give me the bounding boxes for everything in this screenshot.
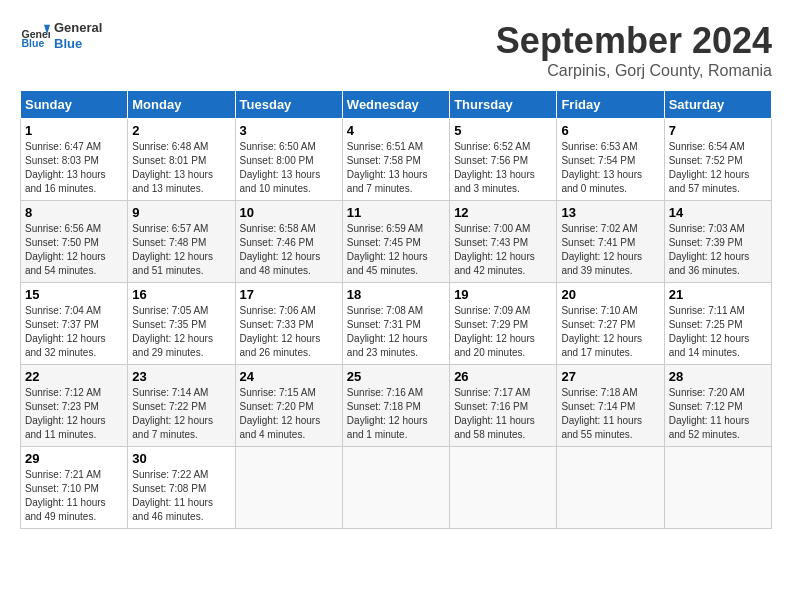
location-subtitle: Carpinis, Gorj County, Romania [496, 62, 772, 80]
day-info: Sunrise: 6:59 AM Sunset: 7:45 PM Dayligh… [347, 222, 445, 278]
calendar-body: 1Sunrise: 6:47 AM Sunset: 8:03 PM Daylig… [21, 119, 772, 529]
month-title: September 2024 [496, 20, 772, 62]
day-number: 6 [561, 123, 659, 138]
day-info: Sunrise: 7:20 AM Sunset: 7:12 PM Dayligh… [669, 386, 767, 442]
weekday-header: Friday [557, 91, 664, 119]
calendar-day-cell: 19Sunrise: 7:09 AM Sunset: 7:29 PM Dayli… [450, 283, 557, 365]
calendar-day-cell [450, 447, 557, 529]
calendar-table: SundayMondayTuesdayWednesdayThursdayFrid… [20, 90, 772, 529]
calendar-day-cell [235, 447, 342, 529]
calendar-day-cell: 1Sunrise: 6:47 AM Sunset: 8:03 PM Daylig… [21, 119, 128, 201]
calendar-day-cell: 15Sunrise: 7:04 AM Sunset: 7:37 PM Dayli… [21, 283, 128, 365]
day-number: 26 [454, 369, 552, 384]
calendar-day-cell: 29Sunrise: 7:21 AM Sunset: 7:10 PM Dayli… [21, 447, 128, 529]
weekday-header: Saturday [664, 91, 771, 119]
calendar-day-cell: 30Sunrise: 7:22 AM Sunset: 7:08 PM Dayli… [128, 447, 235, 529]
day-info: Sunrise: 7:02 AM Sunset: 7:41 PM Dayligh… [561, 222, 659, 278]
day-number: 22 [25, 369, 123, 384]
day-info: Sunrise: 7:12 AM Sunset: 7:23 PM Dayligh… [25, 386, 123, 442]
calendar-day-cell: 21Sunrise: 7:11 AM Sunset: 7:25 PM Dayli… [664, 283, 771, 365]
day-number: 4 [347, 123, 445, 138]
calendar-day-cell [342, 447, 449, 529]
calendar-day-cell: 2Sunrise: 6:48 AM Sunset: 8:01 PM Daylig… [128, 119, 235, 201]
calendar-day-cell: 27Sunrise: 7:18 AM Sunset: 7:14 PM Dayli… [557, 365, 664, 447]
day-info: Sunrise: 7:03 AM Sunset: 7:39 PM Dayligh… [669, 222, 767, 278]
calendar-day-cell: 14Sunrise: 7:03 AM Sunset: 7:39 PM Dayli… [664, 201, 771, 283]
calendar-day-cell: 3Sunrise: 6:50 AM Sunset: 8:00 PM Daylig… [235, 119, 342, 201]
calendar-day-cell: 20Sunrise: 7:10 AM Sunset: 7:27 PM Dayli… [557, 283, 664, 365]
calendar-day-cell: 12Sunrise: 7:00 AM Sunset: 7:43 PM Dayli… [450, 201, 557, 283]
day-number: 30 [132, 451, 230, 466]
calendar-day-cell: 9Sunrise: 6:57 AM Sunset: 7:48 PM Daylig… [128, 201, 235, 283]
day-number: 13 [561, 205, 659, 220]
day-info: Sunrise: 7:15 AM Sunset: 7:20 PM Dayligh… [240, 386, 338, 442]
calendar-week-row: 29Sunrise: 7:21 AM Sunset: 7:10 PM Dayli… [21, 447, 772, 529]
day-number: 9 [132, 205, 230, 220]
day-number: 24 [240, 369, 338, 384]
day-info: Sunrise: 6:50 AM Sunset: 8:00 PM Dayligh… [240, 140, 338, 196]
day-info: Sunrise: 7:22 AM Sunset: 7:08 PM Dayligh… [132, 468, 230, 524]
calendar-week-row: 1Sunrise: 6:47 AM Sunset: 8:03 PM Daylig… [21, 119, 772, 201]
day-number: 28 [669, 369, 767, 384]
calendar-day-cell: 8Sunrise: 6:56 AM Sunset: 7:50 PM Daylig… [21, 201, 128, 283]
calendar-day-cell: 28Sunrise: 7:20 AM Sunset: 7:12 PM Dayli… [664, 365, 771, 447]
logo-line2: Blue [54, 36, 102, 52]
day-number: 18 [347, 287, 445, 302]
day-info: Sunrise: 7:04 AM Sunset: 7:37 PM Dayligh… [25, 304, 123, 360]
logo-line1: General [54, 20, 102, 36]
weekday-header: Wednesday [342, 91, 449, 119]
day-number: 12 [454, 205, 552, 220]
day-info: Sunrise: 7:06 AM Sunset: 7:33 PM Dayligh… [240, 304, 338, 360]
calendar-day-cell: 17Sunrise: 7:06 AM Sunset: 7:33 PM Dayli… [235, 283, 342, 365]
day-number: 29 [25, 451, 123, 466]
day-info: Sunrise: 6:57 AM Sunset: 7:48 PM Dayligh… [132, 222, 230, 278]
day-number: 2 [132, 123, 230, 138]
day-info: Sunrise: 6:58 AM Sunset: 7:46 PM Dayligh… [240, 222, 338, 278]
svg-text:Blue: Blue [22, 37, 45, 49]
calendar-day-cell: 11Sunrise: 6:59 AM Sunset: 7:45 PM Dayli… [342, 201, 449, 283]
day-info: Sunrise: 7:16 AM Sunset: 7:18 PM Dayligh… [347, 386, 445, 442]
day-info: Sunrise: 7:18 AM Sunset: 7:14 PM Dayligh… [561, 386, 659, 442]
calendar-day-cell [664, 447, 771, 529]
calendar-day-cell: 25Sunrise: 7:16 AM Sunset: 7:18 PM Dayli… [342, 365, 449, 447]
day-number: 7 [669, 123, 767, 138]
day-number: 19 [454, 287, 552, 302]
day-number: 16 [132, 287, 230, 302]
calendar-header-row: SundayMondayTuesdayWednesdayThursdayFrid… [21, 91, 772, 119]
title-block: September 2024 Carpinis, Gorj County, Ro… [496, 20, 772, 80]
calendar-day-cell: 7Sunrise: 6:54 AM Sunset: 7:52 PM Daylig… [664, 119, 771, 201]
day-info: Sunrise: 6:47 AM Sunset: 8:03 PM Dayligh… [25, 140, 123, 196]
day-info: Sunrise: 7:00 AM Sunset: 7:43 PM Dayligh… [454, 222, 552, 278]
weekday-header: Thursday [450, 91, 557, 119]
day-info: Sunrise: 6:54 AM Sunset: 7:52 PM Dayligh… [669, 140, 767, 196]
calendar-day-cell: 13Sunrise: 7:02 AM Sunset: 7:41 PM Dayli… [557, 201, 664, 283]
weekday-header: Monday [128, 91, 235, 119]
calendar-week-row: 8Sunrise: 6:56 AM Sunset: 7:50 PM Daylig… [21, 201, 772, 283]
page-header: General Blue General Blue September 2024… [20, 20, 772, 80]
calendar-day-cell: 10Sunrise: 6:58 AM Sunset: 7:46 PM Dayli… [235, 201, 342, 283]
calendar-day-cell: 23Sunrise: 7:14 AM Sunset: 7:22 PM Dayli… [128, 365, 235, 447]
day-info: Sunrise: 7:21 AM Sunset: 7:10 PM Dayligh… [25, 468, 123, 524]
day-number: 11 [347, 205, 445, 220]
day-info: Sunrise: 6:56 AM Sunset: 7:50 PM Dayligh… [25, 222, 123, 278]
day-info: Sunrise: 6:53 AM Sunset: 7:54 PM Dayligh… [561, 140, 659, 196]
calendar-day-cell: 16Sunrise: 7:05 AM Sunset: 7:35 PM Dayli… [128, 283, 235, 365]
day-info: Sunrise: 7:08 AM Sunset: 7:31 PM Dayligh… [347, 304, 445, 360]
day-number: 1 [25, 123, 123, 138]
day-number: 23 [132, 369, 230, 384]
calendar-day-cell: 18Sunrise: 7:08 AM Sunset: 7:31 PM Dayli… [342, 283, 449, 365]
calendar-day-cell: 26Sunrise: 7:17 AM Sunset: 7:16 PM Dayli… [450, 365, 557, 447]
day-number: 25 [347, 369, 445, 384]
day-number: 5 [454, 123, 552, 138]
calendar-day-cell: 4Sunrise: 6:51 AM Sunset: 7:58 PM Daylig… [342, 119, 449, 201]
calendar-day-cell: 24Sunrise: 7:15 AM Sunset: 7:20 PM Dayli… [235, 365, 342, 447]
logo-text: General Blue [54, 20, 102, 51]
day-info: Sunrise: 6:51 AM Sunset: 7:58 PM Dayligh… [347, 140, 445, 196]
day-info: Sunrise: 6:48 AM Sunset: 8:01 PM Dayligh… [132, 140, 230, 196]
day-number: 20 [561, 287, 659, 302]
calendar-week-row: 22Sunrise: 7:12 AM Sunset: 7:23 PM Dayli… [21, 365, 772, 447]
calendar-day-cell: 22Sunrise: 7:12 AM Sunset: 7:23 PM Dayli… [21, 365, 128, 447]
day-info: Sunrise: 7:10 AM Sunset: 7:27 PM Dayligh… [561, 304, 659, 360]
day-number: 10 [240, 205, 338, 220]
day-number: 14 [669, 205, 767, 220]
